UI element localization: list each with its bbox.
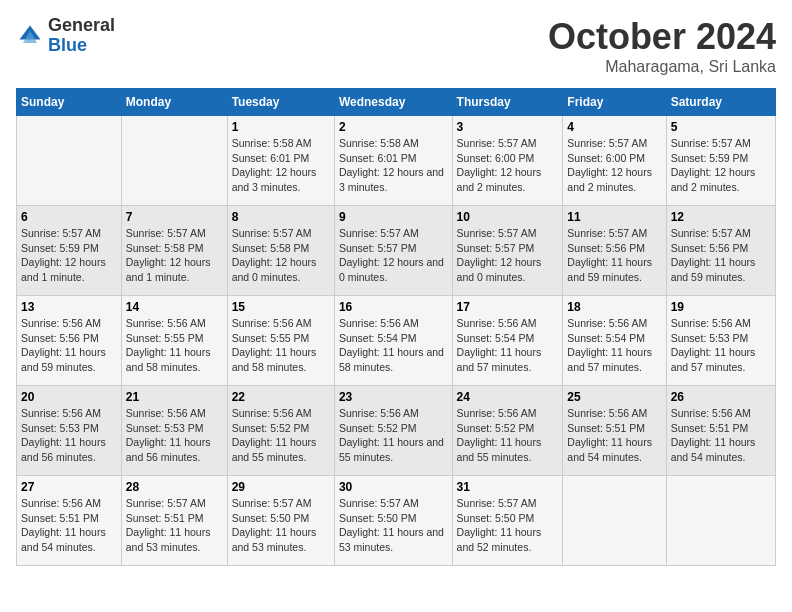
calendar-cell: 20Sunrise: 5:56 AMSunset: 5:53 PMDayligh… — [17, 386, 122, 476]
day-info: Sunrise: 5:57 AMSunset: 5:57 PMDaylight:… — [457, 226, 559, 285]
day-number: 29 — [232, 480, 330, 494]
calendar-cell: 9Sunrise: 5:57 AMSunset: 5:57 PMDaylight… — [334, 206, 452, 296]
calendar-cell: 31Sunrise: 5:57 AMSunset: 5:50 PMDayligh… — [452, 476, 563, 566]
day-info: Sunrise: 5:56 AMSunset: 5:53 PMDaylight:… — [126, 406, 223, 465]
calendar-cell: 4Sunrise: 5:57 AMSunset: 6:00 PMDaylight… — [563, 116, 666, 206]
calendar-cell: 24Sunrise: 5:56 AMSunset: 5:52 PMDayligh… — [452, 386, 563, 476]
day-info: Sunrise: 5:58 AMSunset: 6:01 PMDaylight:… — [232, 136, 330, 195]
calendar-cell: 21Sunrise: 5:56 AMSunset: 5:53 PMDayligh… — [121, 386, 227, 476]
day-info: Sunrise: 5:57 AMSunset: 5:57 PMDaylight:… — [339, 226, 448, 285]
day-number: 15 — [232, 300, 330, 314]
calendar-week-row: 1Sunrise: 5:58 AMSunset: 6:01 PMDaylight… — [17, 116, 776, 206]
day-info: Sunrise: 5:57 AMSunset: 5:51 PMDaylight:… — [126, 496, 223, 555]
day-info: Sunrise: 5:57 AMSunset: 5:50 PMDaylight:… — [232, 496, 330, 555]
day-number: 8 — [232, 210, 330, 224]
calendar-cell: 13Sunrise: 5:56 AMSunset: 5:56 PMDayligh… — [17, 296, 122, 386]
day-number: 26 — [671, 390, 771, 404]
calendar-cell: 25Sunrise: 5:56 AMSunset: 5:51 PMDayligh… — [563, 386, 666, 476]
day-info: Sunrise: 5:56 AMSunset: 5:52 PMDaylight:… — [457, 406, 559, 465]
day-number: 6 — [21, 210, 117, 224]
day-number: 3 — [457, 120, 559, 134]
day-info: Sunrise: 5:56 AMSunset: 5:54 PMDaylight:… — [457, 316, 559, 375]
calendar-cell: 8Sunrise: 5:57 AMSunset: 5:58 PMDaylight… — [227, 206, 334, 296]
calendar-week-row: 6Sunrise: 5:57 AMSunset: 5:59 PMDaylight… — [17, 206, 776, 296]
title-block: October 2024 Maharagama, Sri Lanka — [548, 16, 776, 76]
day-number: 10 — [457, 210, 559, 224]
day-number: 31 — [457, 480, 559, 494]
logo-icon — [16, 22, 44, 50]
day-info: Sunrise: 5:56 AMSunset: 5:51 PMDaylight:… — [567, 406, 661, 465]
calendar-cell: 6Sunrise: 5:57 AMSunset: 5:59 PMDaylight… — [17, 206, 122, 296]
calendar-cell: 5Sunrise: 5:57 AMSunset: 5:59 PMDaylight… — [666, 116, 775, 206]
day-info: Sunrise: 5:57 AMSunset: 5:58 PMDaylight:… — [126, 226, 223, 285]
day-info: Sunrise: 5:58 AMSunset: 6:01 PMDaylight:… — [339, 136, 448, 195]
day-info: Sunrise: 5:56 AMSunset: 5:54 PMDaylight:… — [567, 316, 661, 375]
logo-general: General — [48, 16, 115, 36]
day-header-sunday: Sunday — [17, 89, 122, 116]
day-number: 4 — [567, 120, 661, 134]
calendar-cell: 1Sunrise: 5:58 AMSunset: 6:01 PMDaylight… — [227, 116, 334, 206]
calendar-cell: 22Sunrise: 5:56 AMSunset: 5:52 PMDayligh… — [227, 386, 334, 476]
day-number: 19 — [671, 300, 771, 314]
day-info: Sunrise: 5:56 AMSunset: 5:53 PMDaylight:… — [671, 316, 771, 375]
day-number: 9 — [339, 210, 448, 224]
day-info: Sunrise: 5:56 AMSunset: 5:53 PMDaylight:… — [21, 406, 117, 465]
day-number: 12 — [671, 210, 771, 224]
day-info: Sunrise: 5:57 AMSunset: 6:00 PMDaylight:… — [567, 136, 661, 195]
calendar-cell: 23Sunrise: 5:56 AMSunset: 5:52 PMDayligh… — [334, 386, 452, 476]
calendar-cell: 15Sunrise: 5:56 AMSunset: 5:55 PMDayligh… — [227, 296, 334, 386]
day-number: 13 — [21, 300, 117, 314]
day-number: 20 — [21, 390, 117, 404]
day-info: Sunrise: 5:57 AMSunset: 5:59 PMDaylight:… — [671, 136, 771, 195]
logo-blue: Blue — [48, 36, 115, 56]
calendar-cell: 16Sunrise: 5:56 AMSunset: 5:54 PMDayligh… — [334, 296, 452, 386]
day-header-saturday: Saturday — [666, 89, 775, 116]
calendar-week-row: 13Sunrise: 5:56 AMSunset: 5:56 PMDayligh… — [17, 296, 776, 386]
day-info: Sunrise: 5:57 AMSunset: 5:56 PMDaylight:… — [671, 226, 771, 285]
day-header-thursday: Thursday — [452, 89, 563, 116]
day-number: 16 — [339, 300, 448, 314]
calendar-cell: 3Sunrise: 5:57 AMSunset: 6:00 PMDaylight… — [452, 116, 563, 206]
day-header-tuesday: Tuesday — [227, 89, 334, 116]
calendar-cell: 19Sunrise: 5:56 AMSunset: 5:53 PMDayligh… — [666, 296, 775, 386]
day-info: Sunrise: 5:57 AMSunset: 5:56 PMDaylight:… — [567, 226, 661, 285]
day-info: Sunrise: 5:56 AMSunset: 5:56 PMDaylight:… — [21, 316, 117, 375]
day-header-wednesday: Wednesday — [334, 89, 452, 116]
calendar-cell: 18Sunrise: 5:56 AMSunset: 5:54 PMDayligh… — [563, 296, 666, 386]
day-info: Sunrise: 5:56 AMSunset: 5:54 PMDaylight:… — [339, 316, 448, 375]
logo: General Blue — [16, 16, 115, 56]
day-number: 25 — [567, 390, 661, 404]
day-number: 7 — [126, 210, 223, 224]
day-number: 14 — [126, 300, 223, 314]
calendar-cell: 17Sunrise: 5:56 AMSunset: 5:54 PMDayligh… — [452, 296, 563, 386]
location: Maharagama, Sri Lanka — [548, 58, 776, 76]
calendar-cell: 12Sunrise: 5:57 AMSunset: 5:56 PMDayligh… — [666, 206, 775, 296]
day-info: Sunrise: 5:56 AMSunset: 5:55 PMDaylight:… — [126, 316, 223, 375]
day-number: 23 — [339, 390, 448, 404]
day-number: 18 — [567, 300, 661, 314]
calendar-header-row: SundayMondayTuesdayWednesdayThursdayFrid… — [17, 89, 776, 116]
calendar-cell — [17, 116, 122, 206]
calendar-cell: 7Sunrise: 5:57 AMSunset: 5:58 PMDaylight… — [121, 206, 227, 296]
calendar-week-row: 20Sunrise: 5:56 AMSunset: 5:53 PMDayligh… — [17, 386, 776, 476]
day-number: 11 — [567, 210, 661, 224]
day-number: 2 — [339, 120, 448, 134]
calendar-cell: 28Sunrise: 5:57 AMSunset: 5:51 PMDayligh… — [121, 476, 227, 566]
calendar-cell: 29Sunrise: 5:57 AMSunset: 5:50 PMDayligh… — [227, 476, 334, 566]
calendar-cell — [121, 116, 227, 206]
calendar-cell: 2Sunrise: 5:58 AMSunset: 6:01 PMDaylight… — [334, 116, 452, 206]
day-number: 21 — [126, 390, 223, 404]
day-number: 27 — [21, 480, 117, 494]
day-header-monday: Monday — [121, 89, 227, 116]
calendar-cell: 26Sunrise: 5:56 AMSunset: 5:51 PMDayligh… — [666, 386, 775, 476]
calendar-cell: 10Sunrise: 5:57 AMSunset: 5:57 PMDayligh… — [452, 206, 563, 296]
calendar-cell: 11Sunrise: 5:57 AMSunset: 5:56 PMDayligh… — [563, 206, 666, 296]
day-info: Sunrise: 5:57 AMSunset: 5:50 PMDaylight:… — [339, 496, 448, 555]
day-number: 22 — [232, 390, 330, 404]
day-info: Sunrise: 5:56 AMSunset: 5:52 PMDaylight:… — [339, 406, 448, 465]
day-info: Sunrise: 5:56 AMSunset: 5:52 PMDaylight:… — [232, 406, 330, 465]
day-number: 28 — [126, 480, 223, 494]
calendar-cell: 27Sunrise: 5:56 AMSunset: 5:51 PMDayligh… — [17, 476, 122, 566]
day-number: 5 — [671, 120, 771, 134]
day-number: 30 — [339, 480, 448, 494]
